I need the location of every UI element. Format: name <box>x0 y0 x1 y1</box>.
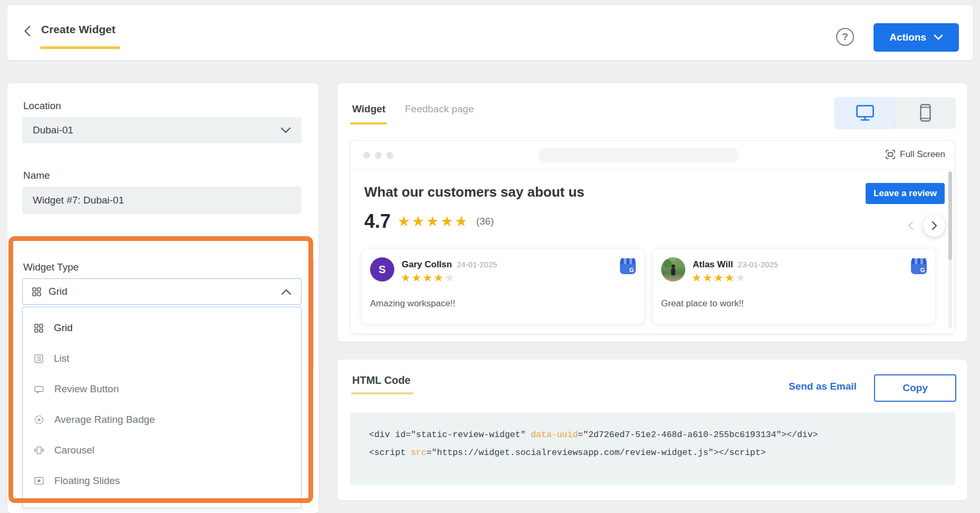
avatar-photo <box>661 257 685 282</box>
widget-preview-window: Full Screen What our customers say about… <box>350 140 955 334</box>
review-text: Great place to work!! <box>661 298 744 309</box>
widget-type-option-carousel[interactable]: Carousel <box>23 435 301 466</box>
preview-panel: Widget Feedback page <box>337 83 967 342</box>
reviewer-name: Gary Collsn24-01-2025 <box>402 259 497 270</box>
full-screen-label: Full Screen <box>900 149 945 160</box>
window-dot-icon <box>363 152 370 159</box>
tab-widget-underline <box>350 122 387 124</box>
carousel-prev-button[interactable] <box>905 220 917 231</box>
full-screen-icon <box>885 149 896 160</box>
google-business-icon: G <box>911 258 927 274</box>
chevron-down-icon <box>280 127 291 134</box>
chevron-up-icon <box>281 288 292 295</box>
chevron-left-icon <box>21 24 35 38</box>
tab-widget[interactable]: Widget <box>352 103 385 115</box>
reviewer-name: Atlas Will23-01-2025 <box>693 259 778 270</box>
tab-feedback-page[interactable]: Feedback page <box>405 103 474 115</box>
review-card: S Gary Collsn24-01-2025 ★★★★★ Amazing wo… <box>361 248 645 324</box>
svg-text:G: G <box>920 267 925 273</box>
preview-scrollbar[interactable] <box>948 171 952 328</box>
review-stars: ★★★★★ <box>401 272 455 283</box>
actions-button-label: Actions <box>889 32 926 43</box>
review-count: (36) <box>476 216 494 227</box>
send-as-email-button[interactable]: Send as Email <box>789 381 857 392</box>
mobile-toggle-button[interactable] <box>895 97 956 129</box>
full-screen-button[interactable]: Full Screen <box>885 149 945 160</box>
widget-type-dropdown: Grid List R <box>22 307 302 508</box>
avatar-letter: S <box>379 264 385 276</box>
back-button[interactable] <box>21 24 37 40</box>
option-label: Review Button <box>54 383 119 395</box>
widget-type-option-review-button[interactable]: Review Button <box>23 374 301 404</box>
widget-heading: What our customers say about us <box>364 184 585 200</box>
grid-icon <box>32 287 41 296</box>
google-business-icon: G <box>620 258 636 274</box>
location-label: Location <box>23 100 61 112</box>
actions-button[interactable]: Actions <box>874 23 959 52</box>
avatar: S <box>370 257 394 282</box>
average-rating-stars: ★★★★★★ <box>397 215 469 229</box>
review-card: Atlas Will23-01-2025 ★★★★★ Great place t… <box>652 248 936 324</box>
location-select[interactable]: Dubai-01 <box>22 117 302 143</box>
carousel-icon <box>34 446 44 454</box>
option-label: Average Rating Badge <box>54 414 155 425</box>
chevron-right-icon <box>928 220 940 231</box>
list-icon <box>34 354 43 363</box>
review-stars: ★★★★★ <box>692 272 746 283</box>
question-mark-icon: ? <box>842 31 848 43</box>
chevron-left-icon <box>905 220 917 231</box>
address-bar-placeholder <box>538 148 739 162</box>
preview-scrollbar-thumb[interactable] <box>948 171 952 260</box>
option-label: Carousel <box>54 444 94 456</box>
html-code-underline <box>351 392 413 394</box>
create-widget-page: Create Widget ? Actions Location Dubai-0… <box>0 0 980 513</box>
location-value: Dubai-01 <box>33 124 73 136</box>
html-code-title: HTML Code <box>352 374 411 386</box>
mobile-icon <box>920 104 931 122</box>
page-title-underline <box>40 46 120 49</box>
page-title: Create Widget <box>41 23 115 36</box>
html-code-panel: HTML Code Send as Email Copy <div id="st… <box>337 360 967 500</box>
browser-mock-header: Full Screen <box>351 141 955 170</box>
review-text: Amazing workspace!! <box>370 298 455 309</box>
widget-type-value: Grid <box>48 286 67 297</box>
desktop-toggle-button[interactable] <box>835 97 895 129</box>
name-value: Widget #7: Dubai-01 <box>33 195 124 206</box>
option-label: Floating Slides <box>54 475 120 487</box>
option-label: Grid <box>54 322 73 334</box>
widget-type-select[interactable]: Grid <box>22 278 302 305</box>
device-toggle <box>835 97 956 129</box>
average-rating-row: 4.7 ★★★★★★ (36) <box>364 210 494 233</box>
review-date: 23-01-2025 <box>738 260 778 269</box>
panel-scrollbar[interactable] <box>309 257 314 368</box>
average-rating-value: 4.7 <box>364 210 391 233</box>
top-bar: Create Widget ? Actions <box>7 5 973 60</box>
review-button-icon <box>34 385 44 394</box>
widget-type-label: Widget Type <box>23 262 79 273</box>
review-date: 24-01-2025 <box>457 260 497 269</box>
option-label: List <box>54 353 70 364</box>
widget-type-option-grid[interactable]: Grid <box>23 313 301 343</box>
widget-type-option-list[interactable]: List <box>23 343 301 374</box>
avatar <box>661 257 685 282</box>
name-input[interactable]: Widget #7: Dubai-01 <box>22 187 302 214</box>
window-dot-icon <box>386 152 393 159</box>
chevron-down-icon <box>934 34 943 41</box>
window-dot-icon <box>375 152 382 159</box>
floating-slides-icon <box>34 477 44 485</box>
grid-icon <box>34 324 43 333</box>
embed-code-block[interactable]: <div id="static-review-widget" data-uuid… <box>350 412 955 485</box>
desktop-icon <box>856 104 875 121</box>
widget-settings-panel: Location Dubai-01 Name Widget #7: Dubai-… <box>7 83 318 513</box>
svg-text:G: G <box>629 267 634 273</box>
help-button[interactable]: ? <box>836 28 854 46</box>
leave-a-review-button[interactable]: Leave a review <box>866 183 945 204</box>
average-rating-badge-icon <box>34 415 44 424</box>
carousel-next-button[interactable] <box>923 215 945 237</box>
name-label: Name <box>23 170 50 181</box>
copy-button[interactable]: Copy <box>874 374 956 402</box>
widget-type-option-floating-slides[interactable]: Floating Slides <box>23 466 301 496</box>
widget-type-option-average-rating-badge[interactable]: Average Rating Badge <box>23 404 301 435</box>
